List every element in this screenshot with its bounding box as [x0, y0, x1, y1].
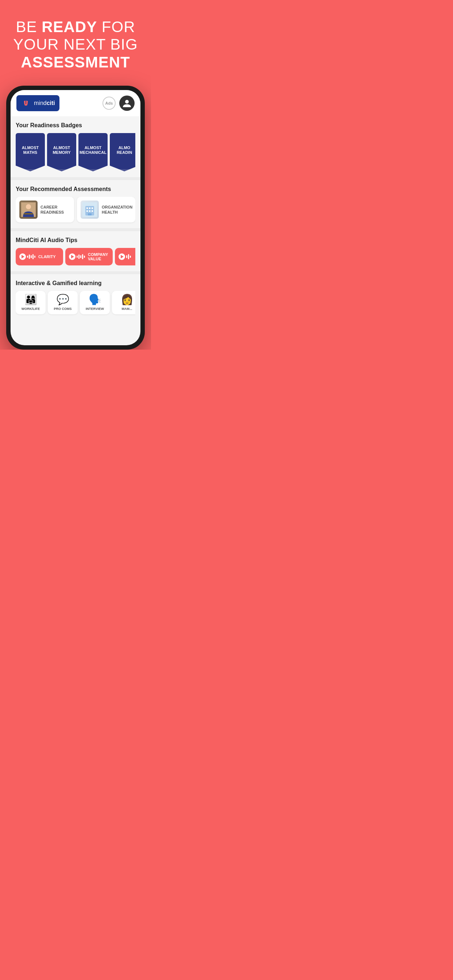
- bar-3: [30, 255, 32, 258]
- bar-2: [29, 255, 30, 259]
- bar-5: [34, 256, 35, 258]
- ads-icon[interactable]: Ads: [102, 97, 116, 110]
- assessment-career[interactable]: CAREERREADINESS: [16, 197, 74, 223]
- svg-rect-11: [86, 210, 88, 212]
- audio-title: MindCiti AI Audio Tips: [16, 237, 135, 243]
- divider-1: [11, 177, 140, 180]
- learning-section: Interactive & Gamified learning 👨‍👩‍👧 WO…: [11, 274, 140, 323]
- divider-3: [11, 271, 140, 274]
- audio-company-value-label: COMPANY VALUE: [88, 252, 109, 261]
- badge-reading-label: ALMOREADIN: [117, 145, 132, 159]
- svg-rect-14: [88, 213, 91, 215]
- bar-3c: [130, 256, 131, 258]
- brain-icon: [21, 98, 31, 108]
- badges-title: Your Readiness Badges: [16, 122, 135, 129]
- procoms-label: PRO COMS: [54, 307, 72, 310]
- phone-mockup: mindciti Ads Your Readiness Badges: [6, 86, 145, 350]
- org-image-icon: [83, 202, 97, 217]
- audio-clarity[interactable]: CLARITY: [16, 248, 63, 266]
- svg-rect-12: [89, 210, 91, 212]
- badge-maths[interactable]: ALMOSTMATHS: [16, 133, 45, 171]
- user-avatar-icon[interactable]: [119, 95, 135, 111]
- learning-procoms[interactable]: 💬 PRO COMS: [48, 291, 78, 314]
- svg-rect-13: [91, 210, 93, 212]
- audio-bars: [27, 253, 35, 260]
- bar-2c: [128, 254, 129, 259]
- interview-emoji: 🗣️: [89, 294, 101, 305]
- header-icons: Ads: [102, 95, 135, 111]
- audio-clarity-label: CLARITY: [38, 255, 56, 259]
- badge-mechanical[interactable]: ALMOSTMECHANICAL: [78, 133, 108, 171]
- svg-rect-8: [86, 207, 88, 209]
- audio-section: MindCiti AI Audio Tips: [11, 231, 140, 271]
- bar-3b: [80, 255, 81, 258]
- assessments-row: CAREERREADINESS: [16, 197, 135, 225]
- svg-point-1: [24, 104, 27, 106]
- audio-company-value-icon: [69, 253, 85, 260]
- procoms-emoji: 💬: [57, 294, 69, 305]
- audio-bars-3: [126, 253, 131, 260]
- hero-section: BE READY FORYOUR NEXT BIGASSESSMENT: [0, 0, 151, 82]
- audio-more[interactable]: [115, 248, 135, 266]
- play-button-3: [118, 253, 125, 260]
- learning-mam[interactable]: 👩 MAM...: [112, 291, 135, 314]
- svg-rect-10: [91, 207, 93, 209]
- svg-rect-9: [89, 207, 91, 209]
- svg-rect-5: [24, 213, 33, 215]
- badges-row: ALMOSTMATHS ALMOSTMEMORY ALMOSTMECHANICA…: [16, 133, 135, 174]
- worklife-emoji: 👨‍👩‍👧: [24, 294, 37, 305]
- svg-point-2: [125, 100, 129, 103]
- career-image-icon: [21, 202, 36, 217]
- worklife-label: WORK/LIFE: [22, 307, 40, 310]
- bar-4: [32, 254, 33, 259]
- mam-emoji: 👩: [121, 294, 134, 305]
- assessments-section: Your Recommended Assessments CAREERREADI…: [11, 180, 140, 228]
- hero-title: BE READY FORYOUR NEXT BIGASSESSMENT: [11, 18, 140, 71]
- learning-worklife[interactable]: 👨‍👩‍👧 WORK/LIFE: [16, 291, 46, 314]
- badge-mechanical-label: ALMOSTMECHANICAL: [80, 145, 107, 159]
- badge-maths-label: ALMOSTMATHS: [22, 145, 39, 159]
- badge-memory-label: ALMOSTMEMORY: [53, 145, 70, 159]
- audio-bars-2: [77, 253, 85, 260]
- app-header: mindciti Ads: [11, 90, 140, 116]
- assessment-org-image: [81, 200, 99, 219]
- play-button-2: [69, 253, 75, 260]
- assessment-org[interactable]: ORGANIZATIONHEALTH: [77, 197, 135, 223]
- bar-1b: [77, 256, 78, 258]
- interview-label: INTERVIEW: [86, 307, 104, 310]
- bar-2b: [78, 255, 80, 259]
- audio-more-icon: [118, 253, 131, 260]
- bar-5b: [84, 256, 85, 258]
- divider-2: [11, 228, 140, 231]
- bar-1c: [126, 255, 127, 258]
- assessment-org-label: ORGANIZATIONHEALTH: [102, 205, 132, 215]
- learning-row: 👨‍👩‍👧 WORK/LIFE 💬 PRO COMS 🗣️ INTERVIEW …: [16, 291, 135, 320]
- audio-company-value[interactable]: COMPANY VALUE: [65, 248, 113, 266]
- svg-point-4: [26, 204, 31, 209]
- badges-section: Your Readiness Badges ALMOSTMATHS ALMOST…: [11, 116, 140, 177]
- person-icon: [122, 99, 132, 108]
- assessments-title: Your Recommended Assessments: [16, 186, 135, 192]
- assessment-career-image: [19, 200, 38, 219]
- audio-row: CLARITY: [16, 248, 135, 268]
- phone-screen: mindciti Ads Your Readiness Badges: [11, 90, 140, 345]
- app-logo[interactable]: mindciti: [16, 95, 59, 111]
- bar-1: [27, 256, 28, 258]
- bar-4b: [82, 254, 83, 259]
- badge-reading[interactable]: ALMOREADIN: [110, 133, 135, 171]
- play-triangle-3: [121, 255, 124, 258]
- play-triangle: [22, 255, 24, 258]
- learning-title: Interactive & Gamified learning: [16, 280, 135, 286]
- play-button: [19, 253, 26, 260]
- assessment-career-label: CAREERREADINESS: [40, 205, 64, 215]
- play-triangle-2: [71, 255, 74, 258]
- learning-interview[interactable]: 🗣️ INTERVIEW: [80, 291, 110, 314]
- svg-point-0: [22, 99, 30, 107]
- badge-memory[interactable]: ALMOSTMEMORY: [47, 133, 76, 171]
- mam-label: MAM...: [122, 307, 132, 310]
- logo-text: mindciti: [34, 100, 55, 107]
- audio-clarity-icon: [19, 253, 35, 260]
